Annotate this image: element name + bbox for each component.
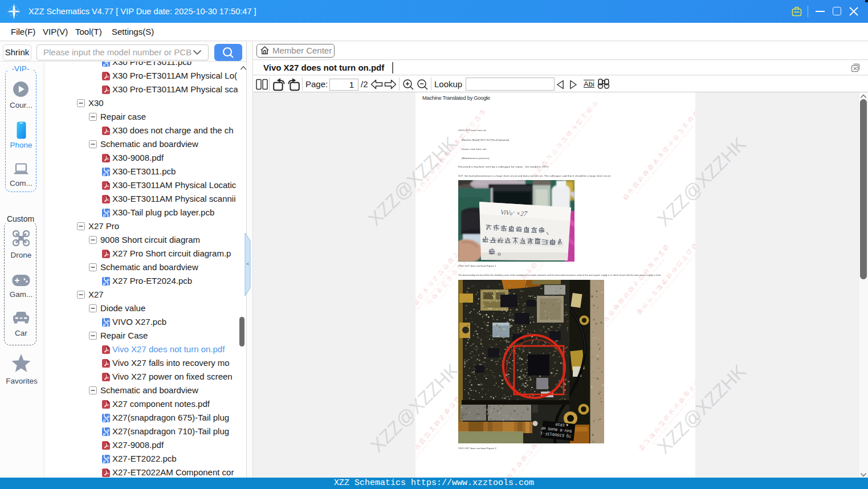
svg-text:<: < bbox=[246, 261, 249, 267]
